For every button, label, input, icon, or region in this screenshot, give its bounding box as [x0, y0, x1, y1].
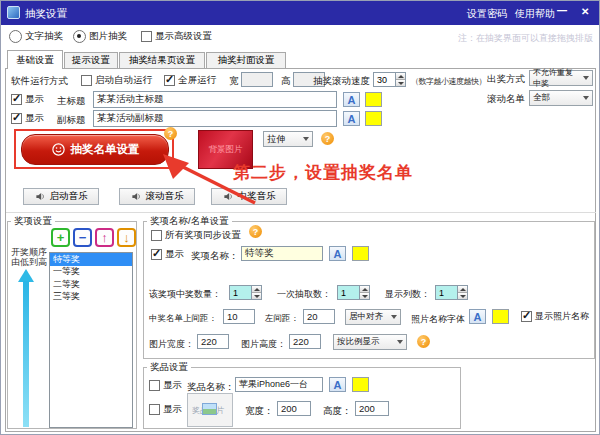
fullscreen-label: 全屏运行	[178, 74, 216, 87]
stretch-select[interactable]: 拉伸	[263, 131, 313, 147]
show-sub-title-row[interactable]: 显示	[11, 112, 44, 125]
set-password-button[interactable]: 设置密码	[467, 7, 507, 21]
advanced-settings-checkbox-row[interactable]: 显示高级设置	[141, 30, 212, 43]
speed-value: 30	[373, 72, 395, 87]
prize-mode-value: 不允许重复中奖	[533, 67, 580, 89]
height-label: 高	[281, 75, 291, 88]
speaker-icon	[35, 191, 46, 202]
width-input[interactable]	[241, 72, 273, 87]
startup-music-button[interactable]: 启动音乐	[23, 188, 99, 205]
main-title-font-button[interactable]: A	[343, 92, 360, 107]
radio-image-lottery-label: 图片抽奖	[89, 30, 127, 43]
show-main-title-checkbox[interactable]	[11, 94, 22, 105]
main-title-input[interactable]: 某某活动主标题	[93, 91, 337, 108]
spinner-up-icon[interactable]	[396, 73, 405, 80]
sub-title-label: 副标题	[57, 114, 86, 127]
tab-result-page-settings[interactable]: 抽奖结果页设置	[119, 52, 205, 69]
tab-prompt-settings[interactable]: 提示设置	[64, 52, 118, 69]
show-label: 显示	[25, 93, 44, 106]
radio-icon[interactable]	[9, 30, 22, 43]
sub-title-input[interactable]: 某某活动副标题	[93, 110, 337, 127]
radio-image-lottery[interactable]: 图片抽奖	[73, 30, 127, 43]
width-label: 宽	[229, 75, 239, 88]
scroll-list-select[interactable]: 全部	[529, 90, 593, 106]
autorun-checkbox-row[interactable]: 启动自动运行	[81, 74, 152, 87]
autorun-label: 启动自动运行	[95, 74, 152, 87]
prize-name-group-title: 奖项名称/名单设置	[147, 215, 232, 228]
close-button[interactable]: ✕	[581, 6, 589, 17]
window-title: 抽奖设置	[25, 7, 67, 21]
divider	[6, 212, 596, 213]
advanced-settings-label: 显示高级设置	[155, 30, 212, 43]
awards-group	[7, 221, 137, 429]
stretch-value: 拉伸	[267, 133, 285, 146]
tab-cover-settings[interactable]: 抽奖封面设置	[206, 52, 286, 69]
sub-title-font-button[interactable]: A	[343, 111, 360, 126]
minimize-button[interactable]: —	[557, 5, 567, 16]
goods-group	[143, 367, 461, 429]
main-title-color-swatch[interactable]	[365, 92, 382, 107]
radio-text-lottery-label: 文字抽奖	[25, 30, 63, 43]
scroll-list-value: 全部	[533, 92, 550, 104]
run-mode-label: 软件运行方式	[11, 75, 68, 88]
prize-mode-select[interactable]: 不允许重复中奖	[529, 70, 593, 86]
autorun-checkbox[interactable]	[81, 75, 92, 86]
help-button[interactable]: 使用帮助	[515, 7, 555, 21]
help-icon[interactable]: ?	[164, 127, 177, 140]
chevron-down-icon	[583, 96, 589, 100]
show-main-title-row[interactable]: 显示	[11, 93, 44, 106]
awards-group-title: 奖项设置	[11, 215, 55, 228]
chevron-down-icon	[303, 137, 309, 141]
speed-spinner[interactable]: 30	[373, 72, 406, 87]
sub-title-color-swatch[interactable]	[365, 111, 382, 126]
advanced-settings-checkbox[interactable]	[141, 31, 152, 42]
step2-annotation: 第二步，设置抽奖名单	[233, 161, 413, 184]
app-icon	[7, 6, 20, 19]
tab-basic-settings[interactable]: 基础设置	[7, 50, 63, 69]
spinner-down-icon[interactable]	[396, 80, 405, 86]
speed-spinner-arrows[interactable]	[395, 72, 406, 87]
lottery-namelist-button[interactable]: 抽奖名单设置	[21, 134, 169, 165]
fullscreen-checkbox-row[interactable]: 全屏运行	[164, 74, 216, 87]
speed-hint: （数字越小速度越快）	[411, 76, 486, 87]
radio-text-lottery[interactable]: 文字抽奖	[9, 30, 63, 43]
scroll-list-label: 滚动名单	[487, 93, 525, 106]
main-title-label: 主标题	[57, 95, 86, 108]
prize-mode-label: 出奖方式	[487, 73, 525, 86]
radio-selected-icon[interactable]	[73, 30, 86, 43]
goods-group-title: 奖品设置	[147, 361, 191, 374]
startup-music-label: 启动音乐	[50, 190, 88, 203]
show-sub-title-checkbox[interactable]	[11, 113, 22, 124]
fullscreen-checkbox[interactable]	[164, 75, 175, 86]
titlebar: 抽奖设置 设置密码 使用帮助 — ✕	[1, 1, 599, 25]
chevron-down-icon	[583, 76, 589, 80]
speaker-icon	[131, 191, 142, 202]
smiley-icon	[51, 142, 66, 157]
lottery-namelist-button-label: 抽奖名单设置	[71, 142, 140, 157]
drag-hint-note: 注：在抽奖界面可以直接拖拽排版	[421, 32, 593, 45]
lottery-settings-window: 抽奖设置 设置密码 使用帮助 — ✕ 文字抽奖 图片抽奖 显示高级设置 注：在抽…	[0, 0, 600, 435]
help-icon[interactable]: ?	[321, 132, 334, 145]
prize-name-group	[143, 221, 595, 359]
show-label: 显示	[25, 112, 44, 125]
speed-label: 抽奖滚动速度	[313, 75, 370, 88]
